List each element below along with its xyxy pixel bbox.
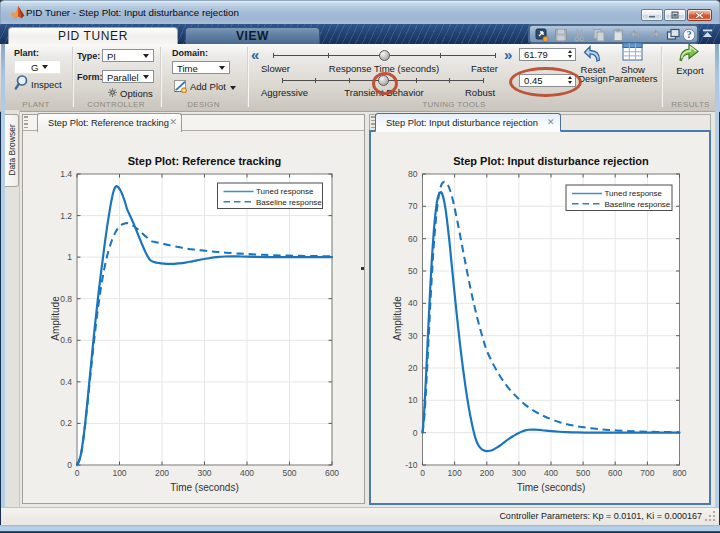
svg-text:800: 800 bbox=[672, 468, 686, 478]
svg-text:600: 600 bbox=[608, 468, 622, 478]
svg-text:0: 0 bbox=[420, 468, 425, 478]
svg-text:100: 100 bbox=[448, 468, 462, 478]
svg-text:500: 500 bbox=[576, 468, 590, 478]
svg-text:400: 400 bbox=[544, 468, 558, 478]
svg-text:0: 0 bbox=[413, 428, 418, 438]
svg-text:30: 30 bbox=[408, 331, 418, 341]
svg-text:10: 10 bbox=[408, 395, 418, 405]
svg-text:-10: -10 bbox=[405, 460, 418, 470]
svg-text:300: 300 bbox=[512, 468, 526, 478]
svg-text:70: 70 bbox=[408, 201, 418, 211]
svg-text:60: 60 bbox=[408, 234, 418, 244]
svg-text:Baseline response: Baseline response bbox=[605, 200, 671, 209]
svg-text:Tuned response: Tuned response bbox=[605, 189, 663, 198]
svg-text:700: 700 bbox=[640, 468, 654, 478]
svg-text:50: 50 bbox=[408, 266, 418, 276]
svg-text:200: 200 bbox=[480, 468, 494, 478]
svg-text:80: 80 bbox=[408, 169, 418, 179]
svg-text:40: 40 bbox=[408, 298, 418, 308]
svg-text:20: 20 bbox=[408, 363, 418, 373]
